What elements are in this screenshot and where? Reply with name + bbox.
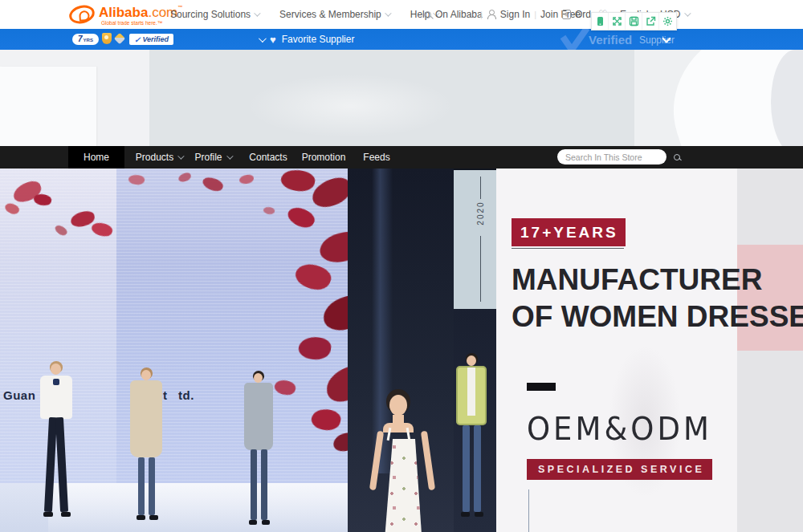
backdrop-text: td. (178, 388, 194, 402)
top-header: Alibaba.com™ Global trade starts here.™ … (0, 0, 803, 29)
runway-model (446, 353, 496, 532)
decor-line (528, 489, 529, 532)
watermark-verified-label: Verified (589, 33, 632, 47)
sign-in-link[interactable]: Sign In (500, 9, 530, 20)
search-on-alibaba[interactable]: On Alibaba (424, 0, 483, 29)
decor-line (512, 248, 624, 249)
store-search-box (557, 149, 666, 164)
heart-icon: ♥ (270, 35, 276, 45)
favorite-supplier-button[interactable]: ♥ Favorite Supplier (259, 29, 354, 50)
years-unit: YRS (84, 38, 93, 43)
years-number: 7 (78, 34, 83, 45)
tab-home[interactable]: Home (68, 146, 124, 169)
order-icon: $ (562, 10, 571, 19)
verified-badge[interactable]: ✓ Verified (129, 34, 173, 45)
favorite-supplier-label: Favorite Supplier (282, 34, 355, 45)
banner-panel (149, 50, 634, 146)
tab-contacts[interactable]: Contacts (243, 146, 293, 169)
save-icon[interactable] (626, 13, 642, 30)
store-banner-top (0, 50, 803, 146)
settings-icon[interactable] (659, 13, 676, 30)
store-search-input[interactable] (565, 152, 674, 162)
nav-services-membership[interactable]: Services & Membership (279, 9, 389, 20)
banner-panel (0, 50, 149, 146)
years-badge[interactable]: 7 YRS (72, 34, 99, 45)
supplier-bar: 7 YRS ✓ Verified ♥ Favorite Supplier Ver… (0, 29, 803, 50)
main-nav: Sourcing Solutions Services & Membership… (170, 0, 438, 29)
nav-sourcing-solutions[interactable]: Sourcing Solutions (170, 9, 259, 20)
on-alibaba-label: On Alibaba (435, 9, 483, 20)
specialized-service-badge: SPECIALIZED SERVICE (527, 459, 712, 480)
hero-headline: MANUFACTURER OF WOMEN DRESSES (512, 262, 803, 335)
headline-line1: MANUFACTURER (512, 262, 803, 298)
chevron-down-icon (685, 10, 691, 16)
year-panel: 2020 (454, 170, 496, 309)
decor-line (480, 236, 481, 302)
expand-icon[interactable] (609, 13, 626, 30)
brand-main: Alibaba (99, 5, 148, 20)
chevron-down-icon (259, 35, 267, 43)
page: Alibaba.com™ Global trade starts here.™ … (0, 0, 803, 532)
chevron-down-icon (385, 10, 391, 16)
divider: | (480, 10, 483, 19)
decor-dash (527, 383, 556, 391)
chevron-down-icon (254, 10, 260, 16)
search-icon (424, 11, 431, 18)
tab-promotion[interactable]: Promotion (296, 146, 352, 169)
tab-profile[interactable]: Profile (182, 146, 243, 169)
oem-odm-title: OEM&ODM (527, 411, 712, 448)
years-badge: 17+YEARS (512, 218, 626, 246)
user-icon (487, 10, 496, 19)
alibaba-logo-icon (67, 2, 96, 26)
mobile-icon[interactable] (592, 13, 609, 30)
headline-line2: OF WOMEN DRESSES (512, 298, 803, 335)
hero-text-panel: 17+YEARS MANUFACTURER OF WOMEN DRESSES O… (496, 169, 803, 532)
hero-banner-photo: Guan t td. 2020 (0, 169, 496, 532)
verified-check-watermark-icon (560, 29, 590, 50)
year-label: 2020 (476, 195, 485, 232)
chevron-down-icon (226, 152, 233, 159)
runway-model (29, 361, 87, 532)
runway-model (120, 368, 177, 532)
tab-feeds[interactable]: Feeds (355, 146, 398, 169)
store-nav: Home Products Profile Contacts Promotion… (0, 146, 803, 169)
hero-banner: Guan t td. 2020 (0, 169, 803, 532)
divider: | (534, 10, 536, 19)
verified-label: Verified (142, 35, 169, 43)
screenshot-toolbar-overlay (591, 12, 677, 30)
brand-tagline: Global trade starts here.™ (101, 20, 162, 26)
share-icon[interactable] (642, 13, 659, 30)
check-icon: ✓ (134, 35, 141, 44)
trade-assurance-icon[interactable] (114, 33, 125, 44)
gold-supplier-icon[interactable] (102, 33, 112, 44)
search-icon[interactable] (674, 154, 680, 160)
runway-model (235, 371, 285, 531)
